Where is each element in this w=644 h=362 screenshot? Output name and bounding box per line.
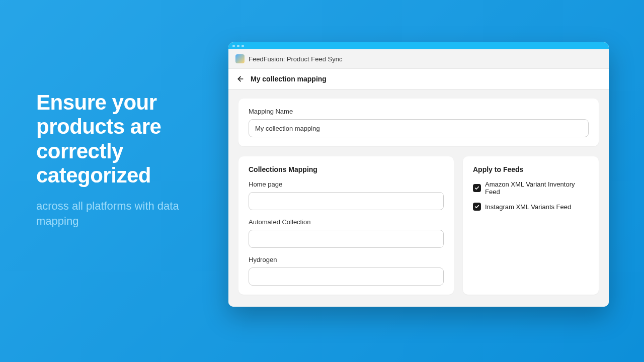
collection-label: Hydrogen [249, 256, 444, 263]
window-titlebar [228, 42, 609, 49]
feed-label: Amazon XML Variant Inventory Feed [485, 180, 589, 196]
feed-label: Instagram XML Variants Feed [485, 203, 571, 211]
traffic-light-dot [237, 45, 239, 47]
collection-input-automated[interactable] [249, 230, 444, 248]
mapping-name-card: Mapping Name [238, 99, 599, 146]
back-arrow-icon[interactable] [236, 75, 245, 83]
traffic-light-dot [232, 45, 235, 47]
app-header: FeedFusion: Product Feed Sync [228, 49, 609, 68]
hero-subline: across all platforms with data mapping [36, 199, 207, 228]
app-icon [235, 54, 245, 63]
hero-headline: Ensure your products are correctly categ… [36, 90, 207, 188]
collection-field: Automated Collection [249, 218, 444, 248]
collection-field: Hydrogen [249, 256, 444, 286]
app-window: FeedFusion: Product Feed Sync My collect… [228, 42, 609, 307]
collections-mapping-title: Collections Mapping [249, 165, 444, 173]
page-header: My collection mapping [228, 68, 609, 89]
page-content: Mapping Name Collections Mapping Home pa… [228, 89, 609, 307]
feed-row: Amazon XML Variant Inventory Feed [473, 180, 589, 196]
feed-row: Instagram XML Variants Feed [473, 203, 589, 211]
feed-checkbox-amazon[interactable] [473, 184, 481, 192]
page-title: My collection mapping [251, 75, 327, 83]
apply-to-feeds-title: Apply to Feeds [473, 165, 589, 173]
collection-label: Home page [249, 180, 444, 188]
collection-input-home-page[interactable] [249, 192, 444, 210]
collection-label: Automated Collection [249, 218, 444, 226]
feed-checkbox-instagram[interactable] [473, 203, 481, 211]
collections-mapping-card: Collections Mapping Home page Automated … [238, 156, 454, 295]
mapping-name-label: Mapping Name [249, 108, 589, 115]
mapping-name-input[interactable] [249, 119, 589, 137]
traffic-light-dot [242, 45, 244, 47]
collection-input-hydrogen[interactable] [249, 267, 444, 286]
apply-to-feeds-card: Apply to Feeds Amazon XML Variant Invent… [463, 156, 599, 295]
app-title: FeedFusion: Product Feed Sync [249, 55, 342, 63]
collection-field: Home page [249, 180, 444, 210]
hero-copy: Ensure your products are correctly categ… [36, 90, 207, 229]
